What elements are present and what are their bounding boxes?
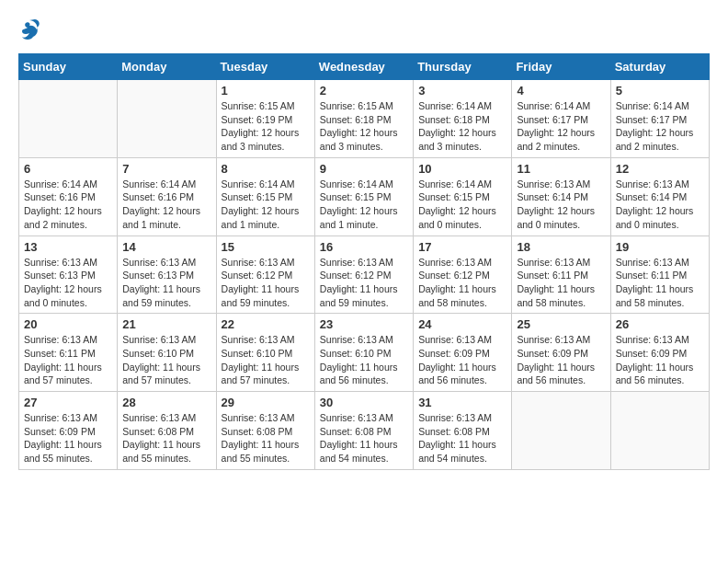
day-info: Sunrise: 6:13 AMSunset: 6:08 PMDaylight:… — [222, 411, 310, 465]
logo — [18, 18, 44, 44]
day-info: Sunrise: 6:13 AMSunset: 6:08 PMDaylight:… — [320, 411, 408, 465]
day-number: 18 — [517, 240, 605, 254]
calendar-empty-cell — [19, 80, 118, 158]
calendar-day-21: 21Sunrise: 6:13 AMSunset: 6:10 PMDayligh… — [118, 314, 216, 392]
day-number: 16 — [320, 240, 408, 254]
day-number: 2 — [320, 84, 408, 98]
calendar-day-26: 26Sunrise: 6:13 AMSunset: 6:09 PMDayligh… — [610, 314, 709, 392]
day-number: 12 — [616, 162, 704, 176]
day-info: Sunrise: 6:13 AMSunset: 6:08 PMDaylight:… — [122, 411, 210, 465]
day-info: Sunrise: 6:13 AMSunset: 6:13 PMDaylight:… — [122, 256, 210, 310]
day-number: 17 — [418, 240, 506, 254]
calendar-week-row: 1Sunrise: 6:15 AMSunset: 6:19 PMDaylight… — [19, 80, 710, 158]
day-info: Sunrise: 6:13 AMSunset: 6:11 PMDaylight:… — [24, 333, 112, 387]
calendar-empty-cell — [118, 80, 216, 158]
day-info: Sunrise: 6:14 AMSunset: 6:16 PMDaylight:… — [122, 178, 210, 232]
calendar-day-2: 2Sunrise: 6:15 AMSunset: 6:18 PMDaylight… — [314, 80, 413, 158]
day-info: Sunrise: 6:13 AMSunset: 6:10 PMDaylight:… — [320, 333, 408, 387]
calendar-week-row: 13Sunrise: 6:13 AMSunset: 6:13 PMDayligh… — [19, 236, 710, 314]
calendar-day-17: 17Sunrise: 6:13 AMSunset: 6:12 PMDayligh… — [414, 236, 512, 314]
day-info: Sunrise: 6:13 AMSunset: 6:10 PMDaylight:… — [222, 333, 310, 387]
day-info: Sunrise: 6:13 AMSunset: 6:08 PMDaylight:… — [418, 411, 506, 465]
calendar-week-row: 27Sunrise: 6:13 AMSunset: 6:09 PMDayligh… — [19, 392, 710, 470]
day-info: Sunrise: 6:14 AMSunset: 6:16 PMDaylight:… — [24, 178, 112, 232]
calendar-day-18: 18Sunrise: 6:13 AMSunset: 6:11 PMDayligh… — [512, 236, 610, 314]
calendar-week-row: 20Sunrise: 6:13 AMSunset: 6:11 PMDayligh… — [19, 314, 710, 392]
day-number: 4 — [517, 84, 605, 98]
day-info: Sunrise: 6:15 AMSunset: 6:18 PMDaylight:… — [320, 99, 408, 154]
calendar-day-11: 11Sunrise: 6:13 AMSunset: 6:14 PMDayligh… — [512, 157, 610, 236]
day-number: 11 — [517, 162, 605, 176]
calendar-day-19: 19Sunrise: 6:13 AMSunset: 6:11 PMDayligh… — [610, 236, 709, 314]
calendar-header-wednesday: Wednesday — [314, 54, 413, 80]
calendar-day-9: 9Sunrise: 6:14 AMSunset: 6:15 PMDaylight… — [314, 157, 413, 236]
day-number: 30 — [320, 396, 408, 409]
day-number: 3 — [418, 84, 506, 98]
calendar-header-sunday: Sunday — [19, 54, 118, 80]
day-info: Sunrise: 6:14 AMSunset: 6:15 PMDaylight:… — [418, 178, 506, 232]
day-number: 28 — [122, 396, 210, 409]
calendar-day-8: 8Sunrise: 6:14 AMSunset: 6:15 PMDaylight… — [216, 157, 314, 236]
calendar-week-row: 6Sunrise: 6:14 AMSunset: 6:16 PMDaylight… — [19, 157, 710, 236]
day-number: 1 — [222, 84, 310, 98]
calendar-header-saturday: Saturday — [610, 54, 709, 80]
calendar-day-5: 5Sunrise: 6:14 AMSunset: 6:17 PMDaylight… — [610, 80, 709, 158]
calendar-header-monday: Monday — [118, 54, 216, 80]
day-number: 25 — [517, 317, 605, 331]
day-info: Sunrise: 6:13 AMSunset: 6:12 PMDaylight:… — [320, 256, 408, 310]
day-info: Sunrise: 6:13 AMSunset: 6:10 PMDaylight:… — [122, 333, 210, 387]
calendar-day-29: 29Sunrise: 6:13 AMSunset: 6:08 PMDayligh… — [216, 392, 314, 470]
day-info: Sunrise: 6:14 AMSunset: 6:17 PMDaylight:… — [517, 99, 605, 154]
calendar-day-24: 24Sunrise: 6:13 AMSunset: 6:09 PMDayligh… — [414, 314, 512, 392]
calendar-day-10: 10Sunrise: 6:14 AMSunset: 6:15 PMDayligh… — [414, 157, 512, 236]
day-info: Sunrise: 6:13 AMSunset: 6:13 PMDaylight:… — [24, 256, 112, 310]
day-info: Sunrise: 6:14 AMSunset: 6:17 PMDaylight:… — [616, 99, 704, 154]
calendar-day-1: 1Sunrise: 6:15 AMSunset: 6:19 PMDaylight… — [216, 80, 314, 158]
day-info: Sunrise: 6:13 AMSunset: 6:09 PMDaylight:… — [418, 333, 506, 387]
calendar-header-thursday: Thursday — [414, 54, 512, 80]
calendar-day-4: 4Sunrise: 6:14 AMSunset: 6:17 PMDaylight… — [512, 80, 610, 158]
calendar-day-3: 3Sunrise: 6:14 AMSunset: 6:18 PMDaylight… — [414, 80, 512, 158]
calendar-empty-cell — [610, 392, 709, 470]
calendar-day-12: 12Sunrise: 6:13 AMSunset: 6:14 PMDayligh… — [610, 157, 709, 236]
day-info: Sunrise: 6:15 AMSunset: 6:19 PMDaylight:… — [222, 99, 310, 154]
day-info: Sunrise: 6:13 AMSunset: 6:09 PMDaylight:… — [517, 333, 605, 387]
day-info: Sunrise: 6:13 AMSunset: 6:12 PMDaylight:… — [222, 256, 310, 310]
day-number: 14 — [122, 240, 210, 254]
logo-bird-icon — [18, 18, 40, 44]
day-number: 15 — [222, 240, 310, 254]
day-info: Sunrise: 6:13 AMSunset: 6:11 PMDaylight:… — [517, 256, 605, 310]
calendar-day-6: 6Sunrise: 6:14 AMSunset: 6:16 PMDaylight… — [19, 157, 118, 236]
day-number: 21 — [122, 317, 210, 331]
day-info: Sunrise: 6:13 AMSunset: 6:09 PMDaylight:… — [616, 333, 704, 387]
day-number: 9 — [320, 162, 408, 176]
calendar-header-tuesday: Tuesday — [216, 54, 314, 80]
day-info: Sunrise: 6:14 AMSunset: 6:15 PMDaylight:… — [222, 178, 310, 232]
day-info: Sunrise: 6:13 AMSunset: 6:14 PMDaylight:… — [616, 178, 704, 232]
calendar-day-15: 15Sunrise: 6:13 AMSunset: 6:12 PMDayligh… — [216, 236, 314, 314]
calendar-day-25: 25Sunrise: 6:13 AMSunset: 6:09 PMDayligh… — [512, 314, 610, 392]
day-number: 6 — [24, 162, 112, 176]
calendar-header-row: SundayMondayTuesdayWednesdayThursdayFrid… — [19, 54, 710, 80]
day-number: 13 — [24, 240, 112, 254]
day-number: 20 — [24, 317, 112, 331]
day-number: 27 — [24, 396, 112, 409]
day-number: 26 — [616, 317, 704, 331]
day-number: 22 — [222, 317, 310, 331]
day-number: 7 — [122, 162, 210, 176]
calendar-day-14: 14Sunrise: 6:13 AMSunset: 6:13 PMDayligh… — [118, 236, 216, 314]
day-number: 19 — [616, 240, 704, 254]
calendar-day-7: 7Sunrise: 6:14 AMSunset: 6:16 PMDaylight… — [118, 157, 216, 236]
calendar-day-13: 13Sunrise: 6:13 AMSunset: 6:13 PMDayligh… — [19, 236, 118, 314]
calendar-day-28: 28Sunrise: 6:13 AMSunset: 6:08 PMDayligh… — [118, 392, 216, 470]
calendar-empty-cell — [512, 392, 610, 470]
day-info: Sunrise: 6:13 AMSunset: 6:12 PMDaylight:… — [418, 256, 506, 310]
day-number: 5 — [616, 84, 704, 98]
day-number: 29 — [222, 396, 310, 409]
calendar-day-27: 27Sunrise: 6:13 AMSunset: 6:09 PMDayligh… — [19, 392, 118, 470]
day-number: 8 — [222, 162, 310, 176]
day-number: 10 — [418, 162, 506, 176]
calendar-day-20: 20Sunrise: 6:13 AMSunset: 6:11 PMDayligh… — [19, 314, 118, 392]
calendar-day-16: 16Sunrise: 6:13 AMSunset: 6:12 PMDayligh… — [314, 236, 413, 314]
day-number: 24 — [418, 317, 506, 331]
